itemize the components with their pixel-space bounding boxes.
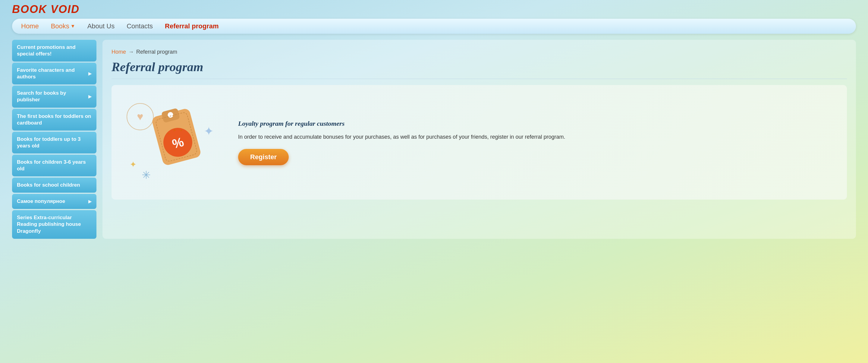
price-tag-icon: % [148,106,208,179]
heart-icon: ♥ [137,110,143,123]
breadcrumb: Home → Referral program [112,49,847,55]
nav-contacts[interactable]: Contacts [127,22,153,30]
expand-icon-publisher: ▶ [88,94,92,99]
expand-icon-popular: ▶ [88,199,92,204]
sidebar-item-school[interactable]: Books for school children [12,178,96,193]
sidebar-item-favorites[interactable]: Favorite characters and authors ▶ [12,63,96,84]
navigation: Home Books ▼ About Us Contacts Referral … [12,19,856,34]
referral-text-section: Loyalty program for regular customers In… [238,119,835,165]
sidebar-item-firstbooks[interactable]: The first books for toddlers on cardboar… [12,109,96,130]
nav-home[interactable]: Home [21,22,39,30]
referral-loyalty-title: Loyalty program for regular customers [238,119,835,128]
referral-loyalty-desc: In order to receive and accumulate bonus… [238,133,835,142]
header: BOOK VOID [0,0,868,19]
nav-referral[interactable]: Referral program [165,22,219,30]
nav-books[interactable]: Books ▼ [51,22,75,30]
breadcrumb-home[interactable]: Home [112,49,126,55]
sidebar: Current promotions and special offers! F… [12,40,96,239]
sidebar-item-series[interactable]: Series Extra-curricular Reading publishi… [12,210,96,239]
books-dropdown-arrow: ▼ [70,24,75,29]
snowflake-icon: ✳ [142,169,151,181]
sidebar-item-promotions[interactable]: Current promotions and special offers! [12,40,96,61]
breadcrumb-current: Referral program [136,49,177,55]
expand-icon-favorites: ▶ [88,71,92,76]
main-layout: Current promotions and special offers! F… [12,40,856,239]
sidebar-item-children36[interactable]: Books for children 3-6 years old [12,155,96,176]
sparkle-small-icon: ✦ [130,159,136,170]
nav-about[interactable]: About Us [87,22,115,30]
logo[interactable]: BOOK VOID [12,3,80,16]
content-area: Home → Referral program Referral program… [102,40,856,239]
sidebar-item-toddlers[interactable]: Books for toddlers up to 3 years old [12,132,96,153]
tag-illustration: ♥ [124,97,220,187]
register-button[interactable]: Register [238,149,289,165]
referral-card: ♥ [112,85,847,200]
sidebar-item-publisher[interactable]: Search for books by publisher ▶ [12,86,96,107]
page-title: Referral program [112,60,847,79]
sparkle-large-icon: ✦ [204,124,214,138]
sidebar-item-popular[interactable]: Самое популярное ▶ [12,194,96,209]
breadcrumb-arrow: → [128,49,134,55]
